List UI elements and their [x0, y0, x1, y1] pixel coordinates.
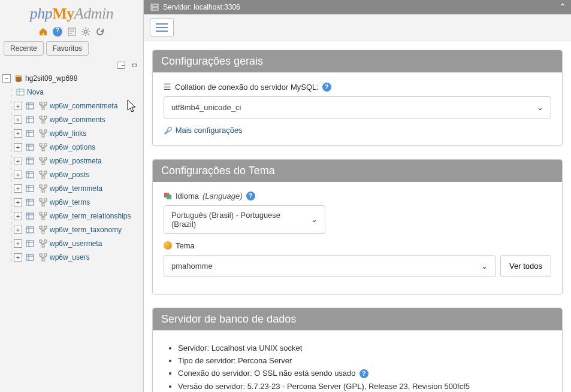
browse-icon[interactable]	[25, 115, 35, 124]
dbserver-info-item: Servidor: Localhost via UNIX socket	[178, 344, 551, 353]
svg-rect-44	[42, 231, 44, 233]
tab-recent[interactable]: Recente	[4, 41, 44, 56]
info-value: Percona Server	[238, 356, 292, 365]
tab-favorites[interactable]: Favoritos	[46, 41, 89, 56]
browse-icon[interactable]	[25, 170, 35, 180]
sql-icon[interactable]	[67, 27, 77, 37]
browse-icon[interactable]	[25, 156, 35, 166]
browse-icon[interactable]	[25, 142, 35, 152]
tree-table-item[interactable]: +wp6w_options	[14, 141, 141, 154]
structure-icon[interactable]	[38, 225, 48, 235]
table-name-label: wp6w_commentmeta	[50, 102, 117, 110]
structure-icon[interactable]	[38, 239, 48, 248]
main-area: Servidor: localhost:3306 ⌃ Configurações…	[144, 0, 571, 392]
logo[interactable]: phpMyAdmin	[0, 0, 143, 25]
panel-general-settings: Configurações gerais ☰ Collation de cone…	[152, 50, 563, 146]
help-icon[interactable]: ?	[246, 192, 255, 200]
structure-icon[interactable]	[38, 184, 48, 193]
tree-new-table[interactable]: Nova	[14, 86, 141, 99]
language-icon	[164, 192, 172, 200]
svg-rect-9	[26, 117, 34, 123]
browse-icon[interactable]	[25, 253, 35, 262]
svg-rect-15	[44, 130, 47, 132]
svg-rect-27	[44, 171, 47, 174]
gear-icon[interactable]	[81, 27, 90, 37]
breadcrumb-bar: Servidor: localhost:3306 ⌃	[144, 0, 571, 14]
svg-rect-13	[26, 130, 34, 136]
browse-icon[interactable]	[25, 225, 35, 235]
expander-icon[interactable]: +	[14, 102, 22, 110]
tree-table-item[interactable]: +wp6w_commentmeta	[14, 99, 141, 113]
expander-icon[interactable]: +	[14, 198, 22, 206]
browse-icon[interactable]	[25, 101, 35, 111]
svg-rect-17	[26, 144, 34, 150]
svg-rect-34	[40, 199, 42, 201]
panel-theme-settings: Configurações do Tema Idioma (Language) …	[152, 159, 563, 294]
chevron-down-icon: ⌄	[537, 103, 543, 112]
help-icon[interactable]: ?	[322, 83, 331, 92]
help-icon[interactable]: ?	[359, 369, 368, 378]
browse-icon[interactable]	[25, 129, 35, 138]
tree-table-item[interactable]: +wp6w_posts	[14, 168, 141, 182]
tree-table-item[interactable]: +wp6w_postmeta	[14, 154, 141, 168]
tree-table-item[interactable]: +wp6w_term_taxonomy	[14, 223, 141, 237]
structure-icon[interactable]	[38, 211, 48, 221]
expander-icon[interactable]: +	[14, 239, 22, 248]
panel-title-dbserver: Servidor de banco de dados	[153, 308, 562, 330]
structure-icon[interactable]	[38, 115, 48, 124]
home-icon[interactable]	[38, 27, 48, 37]
browse-icon[interactable]	[25, 184, 35, 193]
svg-rect-35	[44, 199, 47, 201]
browse-icon[interactable]	[25, 211, 35, 221]
collapse-top-icon[interactable]: ⌃	[559, 2, 566, 11]
structure-icon[interactable]	[38, 142, 48, 152]
tree-table-item[interactable]: +wp6w_users	[14, 251, 141, 265]
menu-toggle-button[interactable]	[150, 18, 174, 37]
svg-rect-22	[40, 157, 42, 160]
svg-rect-28	[42, 176, 44, 178]
expander-icon[interactable]: +	[14, 143, 22, 151]
expander-icon[interactable]: +	[14, 226, 22, 234]
expander-icon[interactable]: +	[14, 157, 22, 165]
tree-table-item[interactable]: +wp6w_links	[14, 127, 141, 141]
more-settings-link[interactable]: Mais configurações	[176, 126, 243, 135]
expander-icon[interactable]: +	[14, 171, 22, 179]
structure-icon[interactable]	[38, 156, 48, 166]
collation-icon: ☰	[164, 82, 171, 92]
browse-icon[interactable]	[25, 239, 35, 248]
browse-icon[interactable]	[25, 197, 35, 207]
structure-icon[interactable]	[38, 170, 48, 180]
breadcrumb-server[interactable]: Servidor: localhost:3306	[163, 3, 240, 11]
help-icon[interactable]: ?	[53, 27, 62, 37]
expander-icon[interactable]: −	[2, 74, 11, 83]
expander-icon[interactable]: +	[14, 116, 22, 124]
tree-db-root[interactable]: − hg2sit09_wp698	[2, 72, 141, 86]
tree-table-item[interactable]: +wp6w_terms	[14, 196, 141, 209]
svg-rect-47	[44, 240, 47, 242]
collation-select[interactable]: utf8mb4_unicode_ci ⌄	[164, 96, 551, 118]
language-select[interactable]: Português (Brasil) - Portuguese (Brazil)…	[164, 205, 325, 234]
view-all-themes-button[interactable]: Ver todos	[500, 255, 551, 277]
tree-table-item[interactable]: +wp6w_termmeta	[14, 182, 141, 196]
panel-title-general: Configurações gerais	[153, 50, 562, 72]
tree-table-item[interactable]: +wp6w_comments	[14, 113, 141, 127]
reload-icon[interactable]	[95, 27, 105, 37]
nav-link-icon[interactable]	[130, 62, 138, 69]
structure-icon[interactable]	[38, 101, 48, 111]
expander-icon[interactable]: +	[14, 184, 22, 193]
tree-table-item[interactable]: +wp6w_usermeta	[14, 237, 141, 251]
table-name-label: wp6w_termmeta	[50, 184, 102, 193]
panel-title-theme: Configurações do Tema	[153, 160, 562, 182]
svg-rect-52	[42, 259, 44, 261]
structure-icon[interactable]	[38, 197, 48, 207]
structure-icon[interactable]	[38, 253, 48, 262]
theme-value: pmahomme	[171, 262, 213, 271]
collapse-all-icon[interactable]: −	[117, 62, 125, 69]
expander-icon[interactable]: +	[14, 253, 22, 262]
db-tree: − hg2sit09_wp698 Nova +wp6w_commentmeta+…	[0, 72, 143, 265]
theme-select[interactable]: pmahomme ⌄	[164, 255, 496, 277]
tree-table-item[interactable]: +wp6w_term_relationships	[14, 209, 141, 223]
structure-icon[interactable]	[38, 129, 48, 138]
expander-icon[interactable]: +	[14, 212, 22, 220]
expander-icon[interactable]: +	[14, 129, 22, 138]
